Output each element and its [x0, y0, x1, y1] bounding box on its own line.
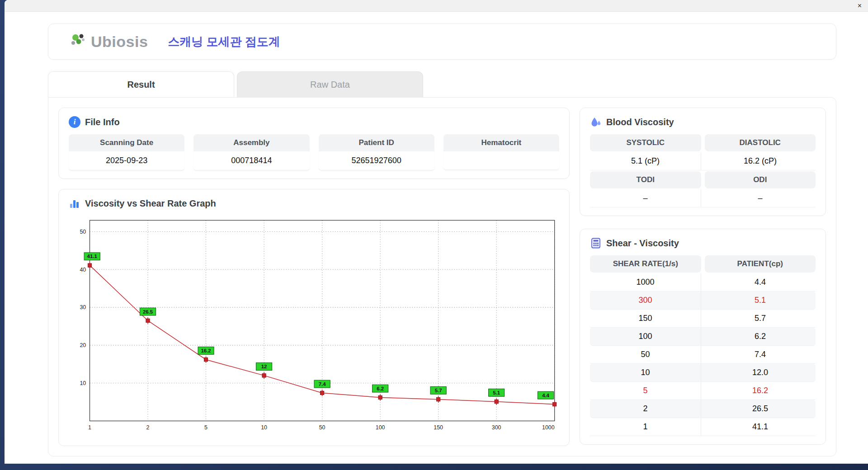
shear-rate-value: 150 [590, 310, 701, 327]
svg-text:26.5: 26.5 [143, 309, 153, 315]
shear-viscosity-row: 141.1 [590, 418, 816, 436]
svg-text:6.2: 6.2 [377, 386, 384, 391]
shear-viscosity-row: 226.5 [590, 400, 816, 418]
todi-header: TODI [590, 171, 701, 188]
shear-viscosity-row: 1505.7 [590, 310, 816, 328]
svg-text:300: 300 [492, 424, 501, 431]
field-value: 000718414 [193, 151, 309, 170]
patient-viscosity-value: 16.2 [705, 382, 816, 400]
shear-rate-value: 10 [590, 364, 701, 381]
app-window: × Ubiosis 스캐닝 모세관 점도계 Result Raw Data [5, 0, 868, 464]
file-info-fields: Scanning Date2025-09-23Assembly000718414… [69, 134, 559, 170]
diastolic-value: 16.2 (cP) [705, 152, 816, 170]
app-logo: Ubiosis [69, 32, 148, 51]
field-label: Scanning Date [69, 134, 184, 151]
svg-text:150: 150 [434, 424, 443, 431]
sv-header-row: SHEAR RATE(1/s) PATIENT(cp) [590, 255, 816, 273]
svg-text:1: 1 [88, 424, 91, 431]
svg-text:5.7: 5.7 [435, 388, 442, 393]
file-info-field: Patient ID52651927600 [319, 134, 434, 170]
close-icon[interactable]: × [858, 2, 862, 9]
tab-result[interactable]: Result [48, 71, 234, 97]
leaf-logo-icon [69, 32, 90, 51]
shear-viscosity-title-row: Shear - Viscosity [590, 237, 816, 249]
titlebar: × [5, 0, 868, 12]
patient-header: PATIENT(cp) [705, 255, 816, 273]
shear-rate-value: 1000 [590, 273, 701, 291]
shear-rate-header: SHEAR RATE(1/s) [590, 255, 701, 273]
result-panel: i File Info Scanning Date2025-09-23Assem… [48, 97, 836, 456]
blood-viscosity-title-row: Blood Viscosity [590, 116, 816, 128]
odi-value: – [705, 189, 816, 207]
svg-text:10: 10 [261, 424, 267, 431]
left-column: i File Info Scanning Date2025-09-23Assem… [58, 108, 570, 446]
field-label: Patient ID [319, 134, 434, 151]
blood-viscosity-table: SYSTOLIC DIASTOLIC 5.1 (cP) 16.2 (cP) TO… [590, 134, 816, 207]
patient-viscosity-value: 5.1 [705, 291, 816, 309]
shear-rate-value: 1 [590, 418, 701, 436]
bv-value-row: 5.1 (cP) 16.2 (cP) [590, 152, 816, 170]
shear-viscosity-row: 1012.0 [590, 364, 816, 382]
shear-viscosity-table: SHEAR RATE(1/s) PATIENT(cp) 10004.43005.… [590, 255, 816, 436]
calculator-icon [590, 237, 602, 249]
graph-title-row: Viscosity vs Shear Rate Graph [69, 197, 559, 209]
svg-text:1000: 1000 [542, 424, 555, 431]
svg-text:30: 30 [80, 304, 86, 310]
diastolic-header: DIASTOLIC [705, 134, 816, 151]
file-info-field: Assembly000718414 [193, 134, 309, 170]
svg-text:100: 100 [376, 424, 385, 431]
field-label: Assembly [193, 134, 309, 151]
viscosity-shear-chart: 10203040501251050100150300100041.126.516… [69, 216, 559, 437]
bar-chart-icon [69, 197, 80, 209]
patient-viscosity-value: 4.4 [705, 273, 816, 291]
svg-text:5.1: 5.1 [493, 390, 500, 395]
file-info-card: i File Info Scanning Date2025-09-23Assem… [58, 108, 570, 179]
patient-viscosity-value: 7.4 [705, 346, 816, 363]
file-info-field: Scanning Date2025-09-23 [69, 134, 184, 170]
shear-rate-value: 300 [590, 291, 701, 309]
patient-viscosity-value: 12.0 [705, 364, 816, 381]
field-value: 52651927600 [319, 151, 434, 170]
svg-text:50: 50 [319, 424, 326, 431]
patient-viscosity-value: 26.5 [705, 400, 816, 418]
shear-viscosity-title: Shear - Viscosity [606, 238, 679, 249]
field-label: Hematocrit [443, 134, 559, 151]
blood-viscosity-card: Blood Viscosity SYSTOLIC DIASTOLIC 5.1 (… [580, 108, 826, 216]
shear-viscosity-card: Shear - Viscosity SHEAR RATE(1/s) PATIEN… [580, 229, 826, 445]
shear-rate-value: 2 [590, 400, 701, 418]
svg-text:10: 10 [80, 380, 86, 386]
svg-text:50: 50 [80, 229, 86, 235]
info-icon: i [69, 116, 80, 128]
graph-title: Viscosity vs Shear Rate Graph [85, 198, 216, 209]
tab-result-label: Result [127, 80, 155, 90]
sv-rows: 10004.43005.11505.71006.2507.41012.0516.… [590, 273, 816, 436]
svg-text:12: 12 [261, 364, 267, 369]
content-area: Ubiosis 스캐닝 모세관 점도계 Result Raw Data i Fi… [5, 12, 868, 464]
shear-viscosity-row: 516.2 [590, 382, 816, 400]
svg-text:4.4: 4.4 [542, 393, 549, 398]
svg-text:41.1: 41.1 [87, 254, 98, 259]
shear-viscosity-row: 507.4 [590, 346, 816, 364]
logo-text: Ubiosis [91, 33, 148, 51]
svg-text:16.2: 16.2 [201, 348, 211, 353]
shear-viscosity-row: 10004.4 [590, 273, 816, 291]
svg-text:7.4: 7.4 [319, 381, 326, 387]
page-title: 스캐닝 모세관 점도계 [168, 34, 280, 50]
shear-viscosity-row: 3005.1 [590, 291, 816, 310]
tab-raw-data-label: Raw Data [310, 80, 350, 90]
systolic-value: 5.1 (cP) [590, 152, 701, 170]
shear-rate-value: 100 [590, 328, 701, 345]
tab-raw-data[interactable]: Raw Data [237, 71, 423, 97]
todi-value: – [590, 189, 701, 207]
header-card: Ubiosis 스캐닝 모세관 점도계 [48, 24, 836, 60]
file-info-title: File Info [85, 117, 120, 127]
shear-rate-value: 50 [590, 346, 701, 363]
bv-value-row-2: – – [590, 189, 816, 207]
patient-viscosity-value: 6.2 [705, 328, 816, 345]
svg-text:2: 2 [146, 424, 150, 431]
file-info-title-row: i File Info [69, 116, 559, 128]
tab-bar: Result Raw Data [48, 71, 836, 97]
shear-viscosity-row: 1006.2 [590, 328, 816, 346]
shear-rate-value: 5 [590, 382, 701, 400]
right-column: Blood Viscosity SYSTOLIC DIASTOLIC 5.1 (… [580, 108, 826, 446]
